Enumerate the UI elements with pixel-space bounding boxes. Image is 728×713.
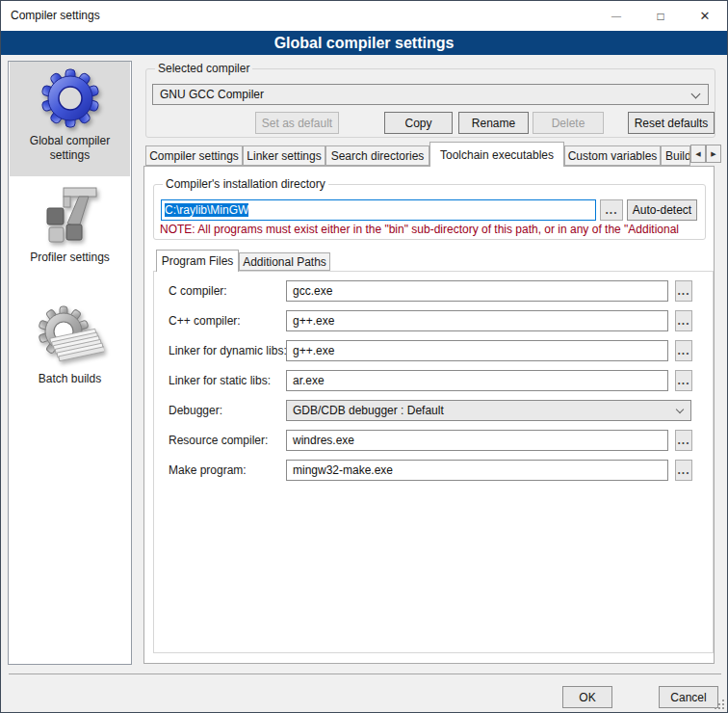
minimize-icon: ─ xyxy=(611,9,621,24)
footer-divider xyxy=(9,673,721,674)
sidebar-item-label: Batch builds xyxy=(39,372,101,386)
tab-scroll-right-button[interactable]: ▶ xyxy=(706,145,721,163)
dynamic-linker-input[interactable]: g++.exe xyxy=(286,340,668,361)
blue-gear-icon xyxy=(39,66,102,130)
arrow-left-icon: ◀ xyxy=(695,150,700,158)
reset-defaults-button[interactable]: Reset defaults xyxy=(628,112,715,134)
caliper-icon xyxy=(40,185,100,247)
resource-compiler-browse-button[interactable]: ... xyxy=(675,430,692,451)
sidebar-item-label: Global compiler settings xyxy=(10,134,130,163)
resource-compiler-value: windres.exe xyxy=(293,434,354,447)
resize-grip[interactable] xyxy=(715,700,724,709)
c-compiler-value: gcc.exe xyxy=(293,284,332,298)
install-dir-value: C:\raylib\MinGW xyxy=(165,203,248,217)
settings-category-list: Global compiler settings Profiler settin… xyxy=(8,61,132,665)
minimize-button[interactable]: ─ xyxy=(594,1,638,31)
ok-button[interactable]: OK xyxy=(562,686,612,708)
selected-compiler-value: GNU GCC Compiler xyxy=(160,88,264,101)
chevron-down-icon xyxy=(676,406,684,413)
dynamic-linker-label: Linker for dynamic libs: xyxy=(169,340,286,361)
auto-detect-button[interactable]: Auto-detect xyxy=(627,199,697,221)
resource-compiler-label: Resource compiler: xyxy=(169,430,286,451)
c-compiler-label: C compiler: xyxy=(169,280,286,302)
cpp-compiler-browse-button[interactable]: ... xyxy=(675,310,692,331)
resource-compiler-input[interactable]: windres.exe xyxy=(286,430,668,451)
debugger-label: Debugger: xyxy=(169,400,286,421)
install-dir-input[interactable]: C:\raylib\MinGW xyxy=(161,199,596,221)
cpp-compiler-input[interactable]: g++.exe xyxy=(286,310,668,331)
sidebar-item-global-compiler-settings[interactable]: Global compiler settings xyxy=(10,62,130,176)
debugger-value: GDB/CDB debugger : Default xyxy=(293,404,444,417)
tab-compiler-settings[interactable]: Compiler settings xyxy=(145,145,243,166)
install-dir-browse-button[interactable]: ... xyxy=(600,199,623,221)
arrow-right-icon: ▶ xyxy=(711,150,715,158)
selected-compiler-dropdown[interactable]: GNU GCC Compiler xyxy=(152,84,709,105)
rename-button[interactable]: Rename xyxy=(458,112,529,134)
cpp-compiler-value: g++.exe xyxy=(293,314,334,328)
dynamic-linker-value: g++.exe xyxy=(293,344,334,357)
chevron-down-icon xyxy=(691,90,701,99)
set-as-default-button: Set as default xyxy=(255,112,339,134)
tab-linker-settings[interactable]: Linker settings xyxy=(243,145,325,166)
cancel-button[interactable]: Cancel xyxy=(659,686,718,708)
tab-additional-paths[interactable]: Additional Paths xyxy=(239,252,330,271)
page-title: Global compiler settings xyxy=(1,31,727,55)
static-linker-label: Linker for static libs: xyxy=(169,370,286,391)
tab-custom-variables[interactable]: Custom variables xyxy=(564,145,661,166)
tab-toolchain-executables[interactable]: Toolchain executables xyxy=(429,142,564,167)
tab-program-files[interactable]: Program Files xyxy=(156,250,239,272)
window-title: Compiler settings xyxy=(11,1,100,31)
cpp-compiler-label: C++ compiler: xyxy=(169,310,286,331)
sidebar-item-label: Profiler settings xyxy=(30,251,110,265)
debugger-dropdown[interactable]: GDB/CDB debugger : Default xyxy=(286,400,691,421)
make-program-input[interactable]: mingw32-make.exe xyxy=(286,460,668,481)
delete-button: Delete xyxy=(533,112,604,134)
maximize-button[interactable]: □ xyxy=(638,1,683,31)
c-compiler-browse-button[interactable]: ... xyxy=(675,280,692,302)
copy-button[interactable]: Copy xyxy=(384,112,453,134)
gray-gear-stack-icon xyxy=(37,303,104,368)
close-button[interactable]: ✕ xyxy=(683,1,727,31)
installation-directory-group-label: Compiler's installation directory xyxy=(163,177,328,191)
tab-build-options[interactable]: Build options xyxy=(661,145,690,166)
selected-compiler-group-label: Selected compiler xyxy=(155,62,252,75)
dynamic-linker-browse-button[interactable]: ... xyxy=(675,340,692,361)
c-compiler-input[interactable]: gcc.exe xyxy=(286,280,668,302)
tab-search-directories[interactable]: Search directories xyxy=(325,145,429,166)
make-program-label: Make program: xyxy=(169,460,286,481)
maximize-icon: □ xyxy=(657,10,663,23)
compiler-settings-dialog: Compiler settings ─ □ ✕ Global compiler … xyxy=(0,0,728,713)
static-linker-input[interactable]: ar.exe xyxy=(286,370,668,391)
static-linker-value: ar.exe xyxy=(293,374,325,387)
make-program-value: mingw32-make.exe xyxy=(293,463,393,477)
sidebar-item-profiler-settings[interactable]: Profiler settings xyxy=(10,185,130,265)
static-linker-browse-button[interactable]: ... xyxy=(675,370,692,391)
tab-scroll-left-button[interactable]: ◀ xyxy=(690,145,706,163)
bin-subdirectory-note: NOTE: All programs must exist either in … xyxy=(160,223,705,236)
title-bar: Compiler settings ─ □ ✕ xyxy=(1,1,727,31)
sidebar-item-batch-builds[interactable]: Batch builds xyxy=(10,303,130,386)
close-icon: ✕ xyxy=(700,9,711,23)
make-program-browse-button[interactable]: ... xyxy=(675,460,692,481)
